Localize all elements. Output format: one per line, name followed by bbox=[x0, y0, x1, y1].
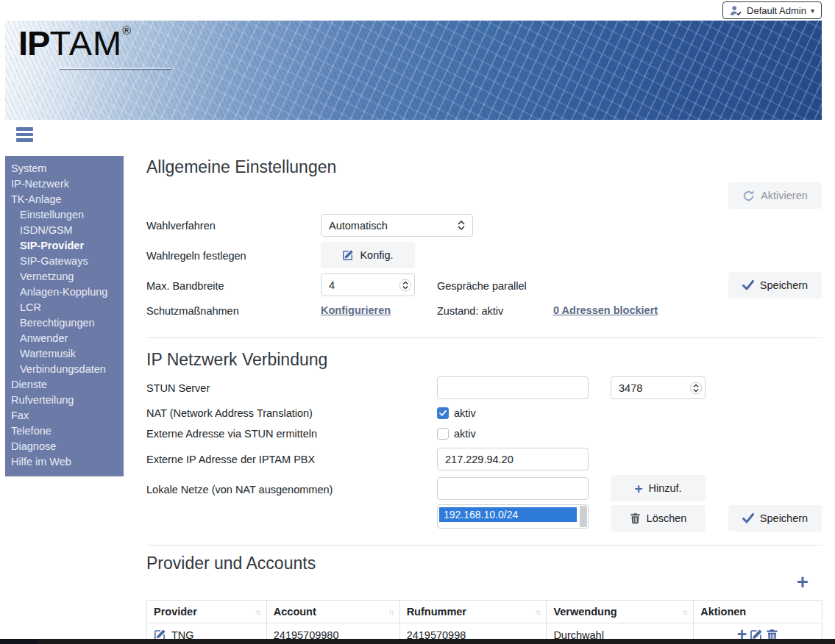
protection-label: Schutzmaßnahmen bbox=[146, 305, 239, 317]
sidebar-item-hilfe-im-web[interactable]: Hilfe im Web bbox=[5, 454, 124, 470]
col-header-aktionen: Aktionen bbox=[694, 601, 822, 623]
sort-icon[interactable]: ↑↓ bbox=[682, 608, 686, 616]
local-nets-listbox[interactable]: 192.168.10.0/24 bbox=[437, 504, 589, 529]
caret-down-icon: ▾ bbox=[811, 7, 814, 15]
sidebar-item-verbindungsdaten[interactable]: Verbindungsdaten bbox=[5, 362, 124, 377]
refresh-icon bbox=[742, 190, 755, 202]
sidebar: System IP-Netzwerk TK-Anlage Einstellung… bbox=[5, 156, 124, 476]
sidebar-item-fax[interactable]: Fax bbox=[5, 408, 124, 423]
activate-button[interactable]: Aktivieren bbox=[728, 182, 822, 209]
col-header-account[interactable]: Account↑↓ bbox=[266, 601, 399, 623]
dial-rules-label: Wahlregeln festlegen bbox=[146, 250, 246, 262]
select-chevrons-icon bbox=[458, 221, 465, 230]
sort-icon[interactable]: ↑↓ bbox=[388, 608, 393, 616]
sidebar-item-lcr[interactable]: LCR bbox=[5, 300, 124, 315]
col-header-verwendung[interactable]: Verwendung↑↓ bbox=[547, 601, 694, 623]
header-banner: IPTAM® bbox=[5, 21, 822, 120]
dial-method-label: Wahlverfahren bbox=[146, 220, 216, 232]
bandwidth-label: Max. Bandbreite bbox=[146, 280, 224, 292]
stun-port-stepper[interactable] bbox=[611, 376, 706, 399]
providers-header-row: Provider↑↓ Account↑↓ Rufnummer↑↓ Verwend… bbox=[147, 601, 822, 623]
external-ip-input[interactable] bbox=[437, 448, 589, 471]
listbox-scrollbar[interactable] bbox=[580, 506, 587, 527]
check-icon bbox=[742, 280, 754, 290]
sidebar-item-wartemusik[interactable]: Wartemusik bbox=[5, 346, 124, 362]
sidebar-item-ip-netzwerk[interactable]: IP-Netzwerk bbox=[5, 176, 124, 192]
pencil-square-icon bbox=[342, 249, 354, 261]
user-check-icon bbox=[730, 5, 742, 16]
section-divider bbox=[146, 545, 822, 545]
page: Default Admin ▾ IPTAM® System IP-Netzwer… bbox=[0, 0, 835, 644]
providers-table: Provider↑↓ Account↑↓ Rufnummer↑↓ Verwend… bbox=[146, 600, 822, 644]
stepper-arrows-icon[interactable] bbox=[399, 279, 411, 291]
sidebar-item-rufverteilung[interactable]: Rufverteilung bbox=[5, 393, 124, 408]
add-provider-icon[interactable]: + bbox=[797, 573, 809, 593]
stun-external-checkbox[interactable] bbox=[437, 428, 449, 440]
providers-section-title: Provider und Accounts bbox=[146, 554, 316, 573]
sidebar-item-anlagen-kopplung[interactable]: Anlagen-Kopplung bbox=[5, 285, 124, 300]
sidebar-item-system[interactable]: System bbox=[5, 161, 124, 176]
menu-toggle-icon[interactable] bbox=[16, 127, 33, 144]
stun-server-input[interactable] bbox=[437, 376, 589, 399]
network-section-title: IP Netzwerk Verbindung bbox=[146, 350, 327, 370]
main-content: Allgemeine Einstellungen Aktivieren Wahl… bbox=[146, 156, 822, 644]
stun-external-label: Externe Adresse via STUN ermitteln bbox=[146, 428, 317, 440]
iptam-logo: IPTAM® bbox=[18, 25, 132, 60]
sidebar-item-isdn-gsm[interactable]: ISDN/GSM bbox=[5, 223, 124, 238]
local-nets-label: Lokale Netze (von NAT ausgenommen) bbox=[146, 484, 333, 495]
col-header-provider[interactable]: Provider↑↓ bbox=[147, 601, 267, 623]
sidebar-item-sip-gateways[interactable]: SIP-Gateways bbox=[5, 254, 124, 269]
user-menu-button[interactable]: Default Admin ▾ bbox=[722, 1, 822, 19]
local-net-entry-selected[interactable]: 192.168.10.0/24 bbox=[439, 507, 577, 522]
plus-icon: + bbox=[634, 482, 642, 495]
section-divider bbox=[146, 337, 822, 338]
sort-icon[interactable]: ↑↓ bbox=[535, 608, 539, 616]
sidebar-item-dienste[interactable]: Dienste bbox=[5, 377, 124, 393]
network-save-button[interactable]: Speichern bbox=[728, 505, 822, 532]
general-settings-title: Allgemeine Einstellungen bbox=[146, 157, 336, 177]
nat-checkbox-label: aktiv bbox=[454, 407, 476, 419]
check-icon bbox=[742, 513, 754, 523]
user-menu-label: Default Admin bbox=[747, 5, 806, 16]
nat-label: NAT (Network Address Translation) bbox=[146, 407, 313, 419]
general-save-button[interactable]: Speichern bbox=[728, 272, 822, 298]
local-nets-add-button[interactable]: + Hinzuf. bbox=[611, 475, 706, 501]
protection-configure-link[interactable]: Konfigurieren bbox=[321, 304, 391, 316]
protection-state-label: Zustand: aktiv bbox=[437, 305, 503, 317]
sidebar-item-berechtigungen[interactable]: Berechtigungen bbox=[5, 315, 124, 331]
logo-underline bbox=[60, 68, 171, 69]
sidebar-item-anwender[interactable]: Anwender bbox=[5, 331, 124, 346]
sidebar-item-diagnose[interactable]: Diagnose bbox=[5, 439, 124, 454]
stun-server-label: STUN Server bbox=[146, 382, 210, 394]
bandwidth-suffix-label: Gespräche parallel bbox=[437, 280, 527, 292]
trash-icon bbox=[630, 512, 641, 524]
stun-external-checkbox-label: aktiv bbox=[454, 428, 476, 440]
col-header-rufnummer[interactable]: Rufnummer↑↓ bbox=[399, 601, 547, 623]
external-ip-label: Externe IP Adresse der IPTAM PBX bbox=[146, 454, 315, 465]
sidebar-item-telefone[interactable]: Telefone bbox=[5, 423, 124, 439]
sidebar-item-einstellungen[interactable]: Einstellungen bbox=[5, 207, 124, 223]
dial-rules-config-button[interactable]: Konfig. bbox=[321, 242, 415, 268]
bottom-edge-bar bbox=[0, 639, 835, 644]
sidebar-item-tk-anlage[interactable]: TK-Anlage bbox=[5, 192, 124, 207]
stepper-arrows-icon[interactable] bbox=[690, 382, 702, 394]
blocked-addresses-link[interactable]: 0 Adressen blockiert bbox=[553, 304, 658, 316]
sidebar-item-vernetzung[interactable]: Vernetzung bbox=[5, 269, 124, 285]
local-nets-input[interactable] bbox=[437, 477, 589, 500]
sidebar-item-sip-provider[interactable]: SIP-Provider bbox=[5, 238, 124, 254]
local-nets-delete-button[interactable]: Löschen bbox=[611, 505, 706, 532]
nat-checkbox[interactable] bbox=[437, 407, 449, 419]
bandwidth-stepper[interactable] bbox=[321, 273, 415, 296]
sort-icon[interactable]: ↑↓ bbox=[255, 608, 260, 616]
dial-method-select[interactable]: Automatisch bbox=[321, 214, 473, 237]
registered-mark: ® bbox=[122, 24, 132, 37]
